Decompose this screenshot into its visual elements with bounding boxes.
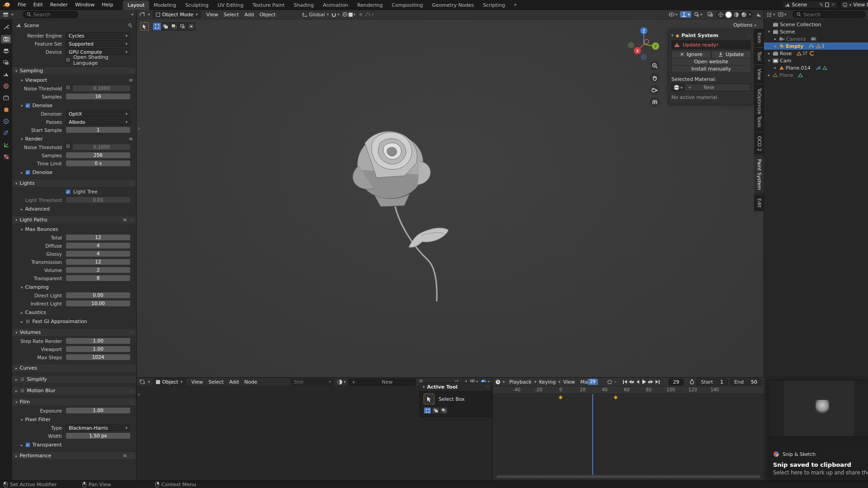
wrench-icon[interactable]	[816, 66, 821, 70]
pan-hand-button[interactable]	[650, 73, 660, 83]
checkbox[interactable]	[20, 377, 25, 382]
world-tab-icon[interactable]	[1, 82, 11, 90]
number-field-time-limit[interactable]: 0 s	[66, 160, 131, 167]
number-field-transparent[interactable]: 8	[66, 275, 131, 282]
collapse-icon[interactable]: ▾	[15, 330, 18, 335]
collapse-icon[interactable]: ▾	[767, 29, 771, 34]
section-simplify[interactable]: ▸Simplify	[12, 375, 136, 384]
outliner-row-camera[interactable]: ▸Camera	[764, 35, 868, 42]
collapse-icon[interactable]: ▸	[15, 377, 18, 382]
select-intersect-tool-button[interactable]	[187, 22, 195, 31]
number-field-total[interactable]: 12	[66, 234, 131, 241]
collapse-icon[interactable]: ▸	[15, 454, 18, 458]
object-tab-icon[interactable]	[1, 105, 11, 114]
section-film[interactable]: ▾Film::::	[12, 398, 136, 406]
number-field-viewport[interactable]: 1.00	[66, 346, 131, 352]
section-max-bounces[interactable]: ▾Max Bounces	[12, 225, 136, 233]
menu-file[interactable]: File	[14, 0, 29, 10]
view-layer-tab-icon[interactable]	[1, 58, 11, 67]
open-website-button[interactable]: Open website	[671, 58, 751, 66]
jump-to-end-button[interactable]	[655, 379, 660, 385]
collapse-icon[interactable]: ▾	[21, 137, 23, 141]
section-caustics[interactable]: ▸Caustics	[12, 309, 136, 316]
section-render[interactable]: ▾Render≡	[12, 135, 136, 143]
ignore-button[interactable]: ✕ Ignore	[671, 51, 711, 58]
timeline-scrollbar[interactable]	[496, 475, 760, 478]
checkbox[interactable]: ✓	[25, 442, 30, 447]
number-field-samples[interactable]: 256	[66, 152, 131, 159]
xray-toggle[interactable]	[708, 12, 713, 17]
outliner-row-plane[interactable]: ▸Plane	[764, 71, 868, 79]
dropdown-feature-set[interactable]: Supported▾	[66, 40, 131, 47]
timeline-menu-playback[interactable]: Playback	[507, 379, 534, 385]
new-scene-icon[interactable]	[825, 2, 830, 7]
workspace-tab-layout[interactable]: Layout	[123, 0, 149, 10]
menu-edit[interactable]: Edit	[29, 0, 46, 10]
tool-tab-icon[interactable]	[1, 23, 11, 32]
select-box-tool-button[interactable]	[424, 394, 434, 404]
shader-type-selector[interactable]: Object ▾	[153, 378, 186, 385]
delete-scene-icon[interactable]: ✕	[831, 2, 835, 8]
collapse-icon[interactable]: ▾	[15, 218, 18, 222]
section-viewport[interactable]: ▾Viewport≡	[12, 76, 136, 84]
timeline-ruler[interactable]: -40-20020406080100120140	[493, 386, 764, 394]
collapse-icon[interactable]: ▾	[15, 400, 18, 404]
previous-keyframe-button[interactable]	[629, 379, 634, 385]
workspace-tab-texture-paint[interactable]: Texture Paint	[248, 0, 289, 10]
outliner-row-scene-collection[interactable]: Scene Collection	[764, 21, 868, 28]
number-field-max-steps[interactable]: 1024	[66, 354, 131, 361]
material-browse[interactable]: ▾	[337, 379, 346, 385]
outliner-row-scene[interactable]: ▾Scene	[764, 28, 868, 35]
drag-handle[interactable]: ::::	[129, 400, 133, 404]
collection-tab-icon[interactable]	[1, 94, 11, 102]
view-layer-selector[interactable]: ▾ View L	[840, 1, 868, 9]
select-subtract-tool-button[interactable]	[170, 22, 178, 31]
section-performance[interactable]: ▸Performance≡::::	[12, 451, 136, 460]
render-tab-icon[interactable]	[1, 35, 11, 43]
number-field-light-threshold[interactable]: 0.01	[66, 197, 131, 203]
viewport-options-button[interactable]: Options ▾	[733, 22, 756, 28]
drag-handle[interactable]: ::::	[129, 181, 133, 186]
new-material-field[interactable]: + New	[348, 379, 416, 385]
select-box-tool-button[interactable]	[152, 22, 161, 31]
editor-type-icon[interactable]	[3, 12, 9, 17]
drag-handle[interactable]: ::::	[129, 330, 133, 335]
workspace-tab-sculpting[interactable]: Sculpting	[181, 0, 213, 10]
breadcrumb-scene[interactable]: Scene	[24, 23, 39, 28]
section-denoise[interactable]: ▾✓Denoise	[12, 102, 136, 109]
section-sampling[interactable]: ▾Sampling::::	[12, 66, 136, 75]
number-field-diffuse[interactable]: 4	[66, 242, 131, 249]
sidebar-tab-paint-system[interactable]: Paint System	[754, 155, 764, 193]
number-field-indirect-light[interactable]: 10.00	[66, 300, 131, 307]
tweak-tool-button[interactable]	[140, 22, 149, 31]
drag-handle[interactable]: ::::	[129, 454, 133, 458]
gizmo-toggle[interactable]: ▾	[680, 11, 691, 18]
drag-handle[interactable]: ::::	[129, 389, 133, 393]
sidebar-tab-item[interactable]: Item	[754, 29, 764, 47]
workspace-tab-geometry-nodes[interactable]: Geometry Nodes	[427, 0, 478, 10]
curve-icon[interactable]	[809, 51, 815, 56]
select-invert-tool-button[interactable]	[178, 22, 187, 31]
toolbar-expand-arrow[interactable]: ›	[138, 125, 140, 131]
data-tab-icon[interactable]	[1, 141, 11, 149]
scene-tab-icon[interactable]	[1, 70, 11, 79]
filter-button[interactable]: ▾	[778, 12, 787, 17]
outliner-search-input[interactable]: Search	[793, 11, 866, 18]
scene-selector[interactable]: Scene ✕	[783, 1, 838, 9]
shader-menu-node[interactable]: Node	[241, 379, 260, 385]
mesh-icon[interactable]	[816, 44, 821, 48]
jump-to-start-button[interactable]	[623, 379, 627, 385]
section-transparent[interactable]: ▸✓Transparent	[12, 441, 136, 449]
install-manually-button[interactable]: Install manually	[671, 66, 751, 73]
mode-subtract-button[interactable]	[440, 407, 448, 414]
number-field-volume[interactable]: 2	[66, 267, 131, 273]
camera-data-icon[interactable]	[811, 37, 816, 41]
collapse-icon[interactable]: ▾	[21, 78, 23, 83]
rose-model[interactable]	[331, 98, 494, 315]
menu-help[interactable]: Help	[98, 0, 117, 10]
editor-type-icon[interactable]	[495, 379, 501, 385]
collapse-icon[interactable]: ▸	[21, 319, 23, 324]
collapse-icon[interactable]: ▸	[21, 207, 23, 211]
section-fast-gi-approximation[interactable]: ▸Fast GI Approximation	[12, 318, 136, 325]
use-preview-range-button[interactable]	[689, 379, 694, 385]
